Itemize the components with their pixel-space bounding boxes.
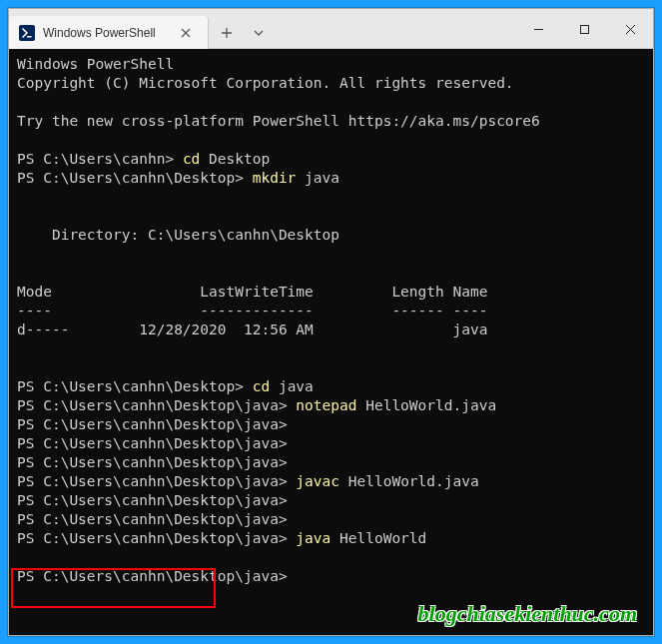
command: cd (183, 151, 209, 167)
titlebar: Windows PowerShell (9, 9, 653, 49)
tab-close-button[interactable] (174, 21, 198, 45)
terminal-content[interactable]: Windows PowerShell Copyright (C) Microso… (9, 49, 653, 635)
command-arg: HelloWorld (339, 530, 426, 546)
prompt: PS C:\Users\canhn\Desktop\java> (17, 568, 288, 584)
powershell-icon (19, 25, 35, 41)
powershell-window: Windows PowerShell Windows PowerShell Co… (8, 8, 654, 636)
minimize-button[interactable] (515, 9, 561, 49)
window-controls (515, 9, 653, 48)
directory-header: Directory: C:\Users\canhn\Desktop (17, 227, 339, 243)
titlebar-drag-area[interactable] (273, 9, 515, 48)
watermark: blogchiasekienthuc.com (418, 604, 637, 623)
prompt: PS C:\Users\canhn\Desktop\java> (17, 492, 288, 508)
prompt: PS C:\Users\canhn\Desktop> (17, 378, 253, 394)
command-arg: HelloWorld.java (348, 473, 479, 489)
table-separator: ---- ------------- ------ ---- (17, 303, 487, 319)
close-button[interactable] (607, 9, 653, 49)
command: mkdir (253, 170, 305, 186)
table-row: d----- 12/28/2020 12:56 AM java (17, 322, 487, 337)
command-arg: java (279, 378, 314, 394)
tab-title: Windows PowerShell (43, 26, 174, 40)
terminal-try-text: Try the new cross-platform PowerShell ht… (17, 113, 540, 129)
command: cd (253, 378, 279, 394)
tab-dropdown-button[interactable] (245, 16, 273, 49)
maximize-button[interactable] (561, 9, 607, 49)
prompt: PS C:\Users\canhn> (17, 151, 183, 167)
prompt: PS C:\Users\canhn\Desktop\java> (17, 511, 288, 527)
command-arg: HelloWorld.java (365, 397, 496, 413)
command-arg: java (305, 170, 339, 186)
prompt: PS C:\Users\canhn\Desktop\java> (17, 397, 296, 413)
svg-rect-0 (580, 25, 588, 33)
prompt: PS C:\Users\canhn\Desktop\java> (17, 416, 288, 432)
terminal-copyright: Copyright (C) Microsoft Corporation. All… (17, 75, 514, 91)
prompt: PS C:\Users\canhn\Desktop\java> (17, 454, 288, 470)
command: javac (296, 473, 347, 489)
tab-powershell[interactable]: Windows PowerShell (9, 16, 209, 49)
table-header: Mode LastWriteTime Length Name (17, 284, 487, 300)
prompt: PS C:\Users\canhn\Desktop\java> (17, 473, 296, 489)
prompt: PS C:\Users\canhn\Desktop\java> (17, 435, 288, 451)
prompt: PS C:\Users\canhn\Desktop> (17, 170, 253, 186)
terminal-header: Windows PowerShell (17, 56, 174, 72)
new-tab-button[interactable] (209, 16, 245, 49)
prompt: PS C:\Users\canhn\Desktop\java> (17, 530, 296, 546)
command: notepad (296, 397, 365, 413)
command-arg: Desktop (209, 151, 270, 167)
command: java (296, 530, 339, 546)
